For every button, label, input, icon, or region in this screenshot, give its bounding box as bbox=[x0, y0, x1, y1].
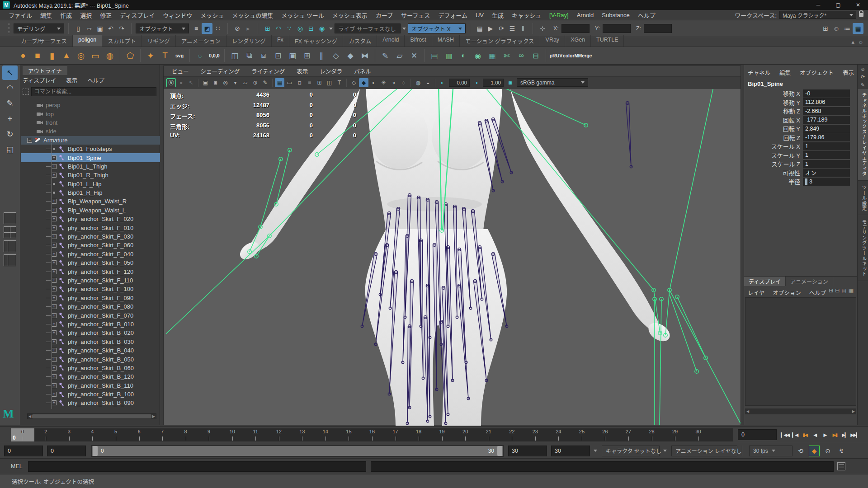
chevron-down-icon[interactable] bbox=[663, 450, 667, 452]
expander-plus-icon[interactable]: + bbox=[52, 199, 57, 204]
select-component-icon[interactable]: ∷ bbox=[212, 23, 223, 34]
shelf-tab-スカルプト[interactable]: スカルプト bbox=[102, 35, 142, 47]
menu-create[interactable]: 作成 bbox=[56, 11, 76, 19]
layout-four-pane-button[interactable] bbox=[4, 226, 16, 238]
x-coordinate-field[interactable] bbox=[561, 24, 590, 33]
layer-list-empty[interactable] bbox=[745, 297, 856, 406]
scrollbar-thumb[interactable] bbox=[32, 414, 151, 418]
menu-mesh-display[interactable]: メッシュ表示 bbox=[328, 11, 372, 19]
timeline-frame-1[interactable]: 1 bbox=[11, 428, 34, 441]
expander-plus-icon[interactable]: + bbox=[52, 366, 57, 371]
expander-plus-icon[interactable]: + bbox=[52, 374, 57, 379]
outliner-item-phy_anchor_Skirt_F_090[interactable]: +phy_anchor_Skirt_F_090 bbox=[21, 294, 160, 302]
snap-view-plane-icon[interactable]: ⊟ bbox=[306, 23, 316, 34]
uv-contour-icon[interactable]: ▦ bbox=[486, 49, 499, 62]
pan-zoom-icon[interactable]: ⊕ bbox=[250, 78, 260, 87]
snap-curve-icon[interactable]: ◠ bbox=[273, 23, 284, 34]
channel-value-field[interactable]: -2.668 bbox=[803, 107, 850, 115]
timeline-frame-15[interactable]: 15 bbox=[337, 428, 361, 441]
color-merge-tool-icon[interactable]: colorM bbox=[564, 49, 577, 62]
timeline-frame-7[interactable]: 7 bbox=[151, 428, 174, 441]
paint-select-tool[interactable]: ✎ bbox=[2, 96, 18, 111]
outliner-item-phy_anchor_Skirt_F_030[interactable]: +phy_anchor_Skirt_F_030 bbox=[21, 232, 160, 241]
timeline-frame-25[interactable]: 25 bbox=[570, 428, 594, 441]
shaded-icon[interactable]: ◆ bbox=[359, 78, 368, 87]
layer-tab-ディスプレイ[interactable]: ディスプレイ bbox=[744, 277, 786, 286]
expander-plus-icon[interactable]: + bbox=[52, 243, 57, 248]
gamma-field[interactable]: 1.00 bbox=[483, 79, 504, 87]
outliner-item-phy_anchor_Skirt_F_010[interactable]: +phy_anchor_Skirt_F_010 bbox=[21, 223, 160, 232]
outliner-item-side[interactable]: side bbox=[21, 127, 160, 136]
curve-snap-icon[interactable]: ◌ bbox=[193, 49, 207, 62]
outliner-item-Bip01_L_Hip[interactable]: Bip01_L_Hip bbox=[21, 180, 160, 188]
safe-title-icon[interactable]: T bbox=[335, 78, 344, 87]
go-to-end-button[interactable]: ▶▶▎ bbox=[850, 429, 859, 441]
script-editor-icon[interactable] bbox=[837, 462, 845, 470]
outliner-item-phy_anchor_Skirt_F_040[interactable]: +phy_anchor_Skirt_F_040 bbox=[21, 250, 160, 258]
expander-plus-icon[interactable]: + bbox=[52, 234, 57, 239]
use-all-lights-icon[interactable]: ☀ bbox=[379, 78, 388, 87]
gamma-mode-selector[interactable]: sRGB gamma bbox=[517, 78, 588, 87]
boolean-union-icon[interactable]: ◫ bbox=[228, 49, 241, 62]
menu-generate[interactable]: 生成 bbox=[488, 11, 508, 19]
outliner-item-phy_anchor_Skirt_F_080[interactable]: +phy_anchor_Skirt_F_080 bbox=[21, 302, 160, 311]
channel-value-field[interactable]: -177.189 bbox=[803, 116, 850, 124]
outliner-item-phy_anchor_Skirt_F_020[interactable]: +phy_anchor_Skirt_F_020 bbox=[21, 215, 160, 223]
outliner-tab[interactable]: アウトライナ bbox=[23, 66, 67, 75]
exposure-field[interactable]: 0.00 bbox=[449, 79, 470, 87]
outliner-item-phy_anchor_Skirt_B_100[interactable]: +phy_anchor_Skirt_B_100 bbox=[21, 390, 160, 399]
cycle-playback-icon[interactable]: ⟲ bbox=[795, 446, 806, 456]
new-empty-layer-icon[interactable]: ⊞ bbox=[829, 287, 833, 294]
contrast-icon[interactable]: ◑ bbox=[472, 78, 481, 87]
menu-set-selector[interactable]: モデリング bbox=[14, 23, 64, 33]
menu-surfaces[interactable]: サーフェス bbox=[397, 11, 434, 19]
outliner-item-Bip_Weapon_Waist_R[interactable]: +Bip_Weapon_Waist_R bbox=[21, 197, 160, 206]
scroll-left-icon[interactable]: ◀ bbox=[28, 414, 31, 418]
timeline-frame-23[interactable]: 23 bbox=[524, 428, 547, 441]
channel-menu-表示[interactable]: 表示 bbox=[843, 68, 854, 77]
timeline-frame-4[interactable]: 4 bbox=[81, 428, 104, 441]
animation-end-field[interactable]: 30 bbox=[551, 446, 590, 456]
expander-plus-icon[interactable]: + bbox=[52, 278, 57, 283]
timeline-frame-10[interactable]: 10 bbox=[221, 428, 244, 441]
sidebar-refresh-icon[interactable]: ⟳ bbox=[861, 74, 865, 80]
scale-tool[interactable]: ◱ bbox=[2, 142, 18, 157]
playback-start-field[interactable]: 0 bbox=[47, 446, 86, 456]
layer-menu-ヘルプ[interactable]: ヘルプ bbox=[809, 288, 826, 297]
svg-tool-icon[interactable]: svg bbox=[173, 49, 186, 62]
outliner-item-phy_anchor_Skirt_B_110[interactable]: +phy_anchor_Skirt_B_110 bbox=[21, 381, 160, 390]
resolution-gate-icon[interactable]: ◘ bbox=[295, 78, 304, 87]
expander-plus-icon[interactable]: + bbox=[52, 383, 57, 388]
mirror-icon[interactable]: ⧓ bbox=[358, 49, 372, 62]
redo-icon[interactable]: ↷ bbox=[116, 23, 127, 34]
menu-select[interactable]: 選択 bbox=[76, 11, 96, 19]
expander-plus-icon[interactable]: + bbox=[52, 225, 57, 230]
workspace-lock-icon[interactable] bbox=[859, 13, 863, 17]
menu-edit-mesh[interactable]: メッシュの編集 bbox=[228, 11, 277, 19]
sidebar-pencil-icon[interactable]: ✎ bbox=[861, 82, 865, 88]
layout-split-pane-button[interactable] bbox=[4, 240, 16, 252]
timeline-frame-14[interactable]: 14 bbox=[314, 428, 337, 441]
platonic-solid-icon[interactable]: ⬠ bbox=[123, 49, 137, 62]
channel-menu-編集[interactable]: 編集 bbox=[779, 68, 791, 77]
menu-cache[interactable]: キャッシュ bbox=[508, 11, 545, 19]
poly-cylinder-icon[interactable]: ▮ bbox=[45, 49, 59, 62]
select-object-icon[interactable]: ◩ bbox=[202, 23, 212, 34]
go-to-start-button[interactable]: ▎◀◀ bbox=[780, 429, 790, 441]
expander-plus-icon[interactable]: + bbox=[52, 339, 57, 344]
viewport-menu-パネル[interactable]: パネル bbox=[354, 67, 371, 75]
shelf-tab-VRay[interactable]: VRay bbox=[540, 35, 566, 47]
menu-mesh-tools[interactable]: メッシュ ツール bbox=[277, 11, 328, 19]
field-chart-icon[interactable]: ⊞ bbox=[315, 78, 324, 87]
channel-value-field[interactable]: 1 bbox=[803, 151, 850, 159]
outliner-item-Bip01_R_Thigh[interactable]: +Bip01_R_Thigh bbox=[21, 171, 160, 179]
timeline-frame-2[interactable]: 2 bbox=[34, 428, 58, 441]
exposure-icon[interactable]: ◐ bbox=[438, 78, 447, 87]
menu-vray[interactable]: [V-Ray] bbox=[545, 12, 573, 19]
safe-action-icon[interactable]: ◫ bbox=[325, 78, 334, 87]
wireframe-icon[interactable]: ◇ bbox=[349, 78, 359, 87]
channel-value-field[interactable]: -179.86 bbox=[803, 133, 850, 141]
axis-snap-icon[interactable]: ⊹ bbox=[537, 23, 548, 34]
outliner-item-Armature[interactable]: −Armature bbox=[21, 136, 160, 145]
lit-sphere-icon[interactable]: ● bbox=[176, 78, 186, 87]
